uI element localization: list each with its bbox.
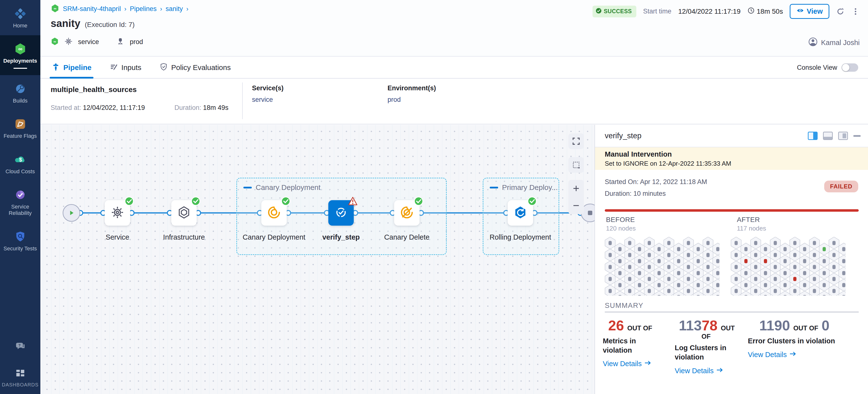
tab-label: Inputs bbox=[121, 63, 142, 72]
stage-node-canary-deployment[interactable] bbox=[261, 200, 287, 225]
sidebar-item-deployments[interactable]: ∞Deployments bbox=[0, 35, 40, 75]
group-label[interactable]: Canary Deployment bbox=[243, 183, 320, 192]
sidebar-item-dashboards[interactable]: DASHBOARDS bbox=[0, 359, 40, 394]
breadcrumb-link[interactable]: SRM-sanity-4thapril bbox=[63, 5, 121, 13]
stage-node-canary-delete[interactable] bbox=[394, 200, 420, 225]
before-node-grid bbox=[605, 237, 720, 296]
minimize-panel-button[interactable] bbox=[853, 135, 861, 137]
sidebar-item-home[interactable]: Home bbox=[0, 0, 40, 35]
success-check-icon bbox=[124, 196, 134, 206]
services-col: Service(s) service bbox=[252, 84, 283, 103]
meta-environment[interactable]: prod bbox=[130, 38, 143, 46]
reliability-icon bbox=[14, 188, 27, 201]
graph-edges bbox=[40, 125, 594, 394]
stage-label: Service bbox=[86, 233, 149, 242]
sidebar-item-cloud-costs[interactable]: $Cloud Costs bbox=[0, 146, 40, 181]
pipeline-canvas[interactable]: Canary DeploymentPrimary Deploy...Servic… bbox=[40, 125, 594, 394]
sidebar: Home∞DeploymentsBuildsFeature Flags$Clou… bbox=[0, 0, 40, 394]
meta-service[interactable]: service bbox=[78, 38, 99, 46]
stage-node-verify_step[interactable] bbox=[328, 200, 354, 225]
step-details-panel: verify_step Manual Intervention Set to I… bbox=[594, 125, 868, 394]
policy-icon bbox=[159, 63, 168, 73]
user-name: Kamal Joshi bbox=[821, 39, 860, 47]
sidebar-item-service-reliability[interactable]: Service Reliability bbox=[0, 181, 40, 223]
tab-label: Pipeline bbox=[63, 63, 92, 72]
floating-view-icon[interactable] bbox=[838, 132, 848, 140]
console-view-label: Console View bbox=[797, 64, 837, 71]
sidebar-item-builds[interactable]: Builds bbox=[0, 75, 40, 110]
sidebar-item-label: Feature Flags bbox=[4, 133, 37, 139]
arrow-right-icon bbox=[644, 359, 651, 368]
split-bottom-view-icon[interactable] bbox=[823, 132, 833, 140]
console-view-wrap: Console View bbox=[797, 57, 858, 78]
service-gear-icon bbox=[64, 37, 73, 47]
stage-label: Canary Delete bbox=[375, 233, 439, 242]
sidebar-item-label: Cloud Costs bbox=[6, 169, 35, 175]
collapse-group-icon[interactable] bbox=[490, 187, 498, 188]
svg-text:∞: ∞ bbox=[54, 6, 57, 10]
success-check-icon bbox=[414, 196, 424, 206]
infra-stage-icon bbox=[177, 205, 191, 220]
summary-label: Log Clusters in violation bbox=[675, 343, 739, 362]
environments-col: Environment(s) prod bbox=[388, 84, 436, 103]
summary-label: Metrics in violation bbox=[603, 336, 659, 355]
status-badge: SUCCESS bbox=[592, 6, 636, 18]
sidebar-item-label: Home bbox=[13, 23, 27, 29]
divider bbox=[242, 83, 243, 119]
svg-text:∞: ∞ bbox=[54, 40, 56, 43]
duration-wrap: 18m 50s bbox=[747, 7, 783, 16]
dashboards-icon bbox=[14, 367, 27, 379]
after-title: AFTER bbox=[737, 216, 760, 224]
marquee-select-button[interactable] bbox=[568, 157, 584, 173]
title-row: sanity (Execution Id: 7) bbox=[51, 18, 134, 29]
breadcrumb-link[interactable]: Pipelines bbox=[130, 5, 157, 13]
success-check-icon bbox=[281, 196, 291, 206]
view-details-link[interactable]: View Details bbox=[675, 366, 739, 375]
sidebar-item-label: Builds bbox=[13, 98, 28, 104]
sidebar-item-help[interactable]: ? bbox=[0, 333, 40, 359]
sidebar-item-security-tests[interactable]: Security Tests bbox=[0, 223, 40, 258]
zoom-in-button[interactable] bbox=[568, 180, 584, 197]
service-link[interactable]: service bbox=[252, 96, 283, 103]
tab-inputs[interactable]: Inputs bbox=[110, 57, 142, 78]
tab-policy-evaluations[interactable]: Policy Evaluations bbox=[159, 57, 231, 78]
tab-pipeline[interactable]: Pipeline bbox=[52, 57, 92, 78]
view-button[interactable]: View bbox=[790, 4, 829, 19]
user-wrap[interactable]: Kamal Joshi bbox=[808, 37, 860, 48]
meta-row: ∞ service prod bbox=[51, 37, 143, 47]
costs-icon: $ bbox=[14, 153, 27, 166]
split-right-view-icon[interactable] bbox=[808, 132, 817, 140]
stage-node-service[interactable] bbox=[105, 200, 130, 225]
start-time-value: 12/04/2022 11:17:19 bbox=[678, 8, 741, 16]
stage-node-infrastructure[interactable] bbox=[171, 200, 197, 225]
failed-progress-bar bbox=[605, 209, 859, 212]
console-view-toggle[interactable] bbox=[842, 63, 858, 72]
stage-label: verify_step bbox=[309, 233, 373, 242]
cd-module-icon: ∞ bbox=[51, 37, 59, 47]
content-area: Canary DeploymentPrimary Deploy...Servic… bbox=[40, 125, 868, 394]
fit-to-screen-button[interactable] bbox=[568, 133, 584, 149]
refresh-button[interactable] bbox=[836, 7, 844, 16]
breadcrumb: ∞SRM-sanity-4thapril›Pipelines›sanity› bbox=[51, 4, 188, 14]
environment-icon bbox=[116, 37, 125, 47]
view-details-link[interactable]: View Details bbox=[748, 350, 841, 359]
run-info-bar: multiple_health_sources Started at: 12/0… bbox=[40, 79, 868, 124]
view-details-link[interactable]: View Details bbox=[603, 359, 659, 368]
group-label[interactable]: Primary Deploy... bbox=[490, 183, 558, 192]
summary-card-3: 1190 OUT OF 0Error Clusters in violation… bbox=[748, 318, 841, 359]
breadcrumb-link[interactable]: sanity bbox=[166, 5, 183, 13]
sidebar-item-label: Deployments bbox=[3, 58, 37, 64]
breadcrumb-separator: › bbox=[160, 5, 162, 13]
rolling-stage-icon bbox=[513, 205, 527, 220]
gear-stage-icon bbox=[110, 205, 125, 220]
pipeline-start-node[interactable] bbox=[63, 204, 80, 222]
kebab-menu-button[interactable] bbox=[851, 7, 860, 16]
stage-label: Infrastructure bbox=[152, 233, 216, 242]
environment-link[interactable]: prod bbox=[388, 96, 436, 103]
arrow-right-icon bbox=[716, 366, 723, 375]
summary-divider bbox=[605, 312, 859, 312]
stage-node-rolling-deployment[interactable] bbox=[508, 200, 533, 225]
collapse-group-icon[interactable] bbox=[243, 187, 252, 188]
zoom-out-button[interactable] bbox=[568, 197, 584, 214]
sidebar-item-feature-flags[interactable]: Feature Flags bbox=[0, 110, 40, 146]
